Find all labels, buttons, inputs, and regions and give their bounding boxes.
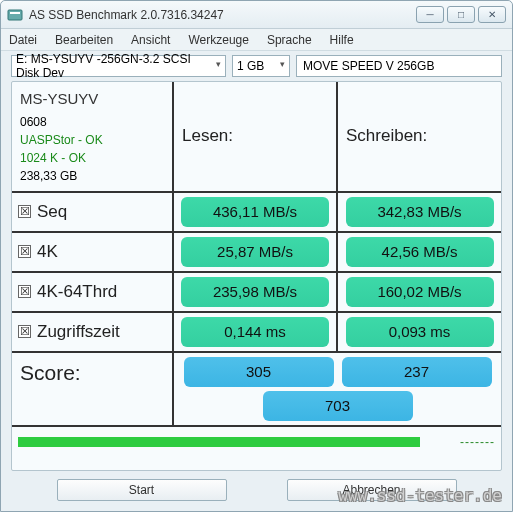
- score-total: 703: [263, 391, 413, 421]
- progress-fill: [18, 437, 420, 447]
- k4-write: 42,56 MB/s: [346, 237, 494, 267]
- start-button[interactable]: Start: [57, 479, 227, 501]
- row-4k64-label: ☒4K-64Thrd: [12, 273, 174, 311]
- maximize-button[interactable]: □: [447, 6, 475, 23]
- row-seq: ☒Seq 436,11 MB/s 342,83 MB/s: [12, 193, 501, 233]
- info-driver: UASPStor - OK: [20, 131, 164, 149]
- row-access: ☒Zugriffszeit 0,144 ms 0,093 ms: [12, 313, 501, 353]
- info-model: MS-YSUYV: [20, 88, 164, 111]
- close-button[interactable]: ✕: [478, 6, 506, 23]
- header-write: Schreiben:: [338, 82, 501, 191]
- acc-write: 0,093 ms: [346, 317, 494, 347]
- window-controls: ─ □ ✕: [416, 6, 506, 23]
- seq-checkbox[interactable]: ☒: [18, 205, 31, 218]
- k4-read: 25,87 MB/s: [181, 237, 329, 267]
- action-buttons: Start Abbrechen: [1, 479, 512, 501]
- svg-rect-0: [8, 10, 22, 20]
- score-write: 237: [342, 357, 492, 387]
- header-read: Lesen:: [174, 82, 338, 191]
- menu-file[interactable]: Datei: [9, 33, 37, 47]
- score-read: 305: [184, 357, 334, 387]
- row-4k64: ☒4K-64Thrd 235,98 MB/s 160,02 MB/s: [12, 273, 501, 313]
- k4t-write: 160,02 MB/s: [346, 277, 494, 307]
- app-icon: [7, 7, 23, 23]
- progress-ticks: -------: [460, 435, 495, 449]
- row-access-label: ☒Zugriffszeit: [12, 313, 174, 351]
- menu-tools[interactable]: Werkzeuge: [188, 33, 248, 47]
- progress-bar: -------: [18, 435, 495, 449]
- titlebar: AS SSD Benchmark 2.0.7316.34247 ─ □ ✕: [1, 1, 512, 29]
- info-firmware: 0608: [20, 113, 164, 131]
- row-seq-label: ☒Seq: [12, 193, 174, 231]
- row-4k: ☒4K 25,87 MB/s 42,56 MB/s: [12, 233, 501, 273]
- acc-checkbox[interactable]: ☒: [18, 325, 31, 338]
- menubar: Datei Bearbeiten Ansicht Werkzeuge Sprac…: [1, 29, 512, 51]
- menu-view[interactable]: Ansicht: [131, 33, 170, 47]
- size-dropdown[interactable]: 1 GB: [232, 55, 290, 77]
- toolbar: E: MS-YSUYV -256GN-3.2 SCSI Disk Dev 1 G…: [1, 51, 512, 81]
- device-dropdown[interactable]: E: MS-YSUYV -256GN-3.2 SCSI Disk Dev: [11, 55, 226, 77]
- k4t-checkbox[interactable]: ☒: [18, 285, 31, 298]
- menu-language[interactable]: Sprache: [267, 33, 312, 47]
- seq-write: 342,83 MB/s: [346, 197, 494, 227]
- menu-edit[interactable]: Bearbeiten: [55, 33, 113, 47]
- k4-checkbox[interactable]: ☒: [18, 245, 31, 258]
- score-row: Score: 305 237 703: [12, 353, 501, 427]
- window-title: AS SSD Benchmark 2.0.7316.34247: [29, 8, 416, 22]
- k4t-read: 235,98 MB/s: [181, 277, 329, 307]
- device-info: MS-YSUYV 0608 UASPStor - OK 1024 K - OK …: [12, 82, 174, 191]
- results-panel: MS-YSUYV 0608 UASPStor - OK 1024 K - OK …: [11, 81, 502, 471]
- info-capacity: 238,33 GB: [20, 167, 164, 185]
- menu-help[interactable]: Hilfe: [330, 33, 354, 47]
- score-label: Score:: [12, 353, 174, 425]
- header-row: MS-YSUYV 0608 UASPStor - OK 1024 K - OK …: [12, 82, 501, 193]
- svg-rect-1: [10, 12, 20, 14]
- score-values: 305 237 703: [174, 353, 501, 425]
- app-window: AS SSD Benchmark 2.0.7316.34247 ─ □ ✕ Da…: [0, 0, 513, 512]
- row-4k-label: ☒4K: [12, 233, 174, 271]
- abort-button[interactable]: Abbrechen: [287, 479, 457, 501]
- device-name-field[interactable]: MOVE SPEED V 256GB: [296, 55, 502, 77]
- acc-read: 0,144 ms: [181, 317, 329, 347]
- minimize-button[interactable]: ─: [416, 6, 444, 23]
- info-alignment: 1024 K - OK: [20, 149, 164, 167]
- seq-read: 436,11 MB/s: [181, 197, 329, 227]
